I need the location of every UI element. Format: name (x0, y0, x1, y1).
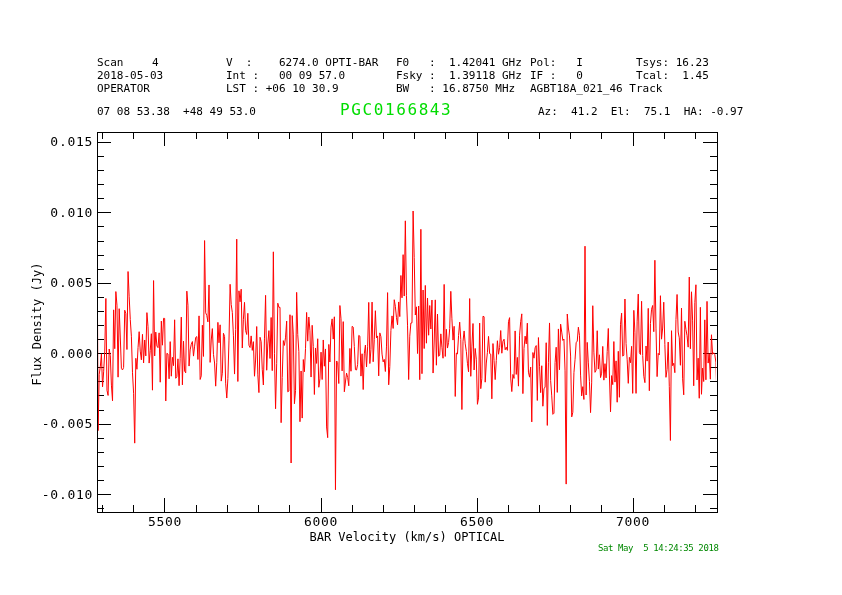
y-tick-label: -0.010 (23, 488, 93, 501)
f0-field: F0 : 1.42041 GHz (396, 57, 522, 69)
scan-label: Scan (97, 57, 124, 69)
if-field: IF : 0 (530, 70, 583, 82)
velocity-field: V : 6274.0 OPTI-BAR (226, 57, 378, 69)
scan-value: 4 (152, 57, 159, 69)
bw-field: BW : 16.8750 MHz (396, 83, 515, 95)
y-axis-title: Flux Density (Jy) (31, 263, 44, 386)
int-field: Int : 00 09 57.0 (226, 70, 345, 82)
project-field: AGBT18A_021_46 Track (530, 83, 662, 95)
y-tick-label: 0.015 (23, 135, 93, 148)
tcal-field: Tcal: 1.45 (636, 70, 709, 82)
tsys-field: Tsys: 16.23 (636, 57, 709, 69)
source-name-title: PGC0166843 (340, 102, 452, 118)
fsky-field: Fsky : 1.39118 GHz (396, 70, 522, 82)
y-tick-label: 0.010 (23, 206, 93, 219)
coordinates-field: 07 08 53.38 +48 49 53.0 (97, 106, 256, 118)
x-tick-label: 6500 (437, 515, 517, 528)
operator-field: OPERATOR (97, 83, 150, 95)
date-field: 2018-05-03 (97, 70, 163, 82)
x-axis-title: BAR Velocity (km/s) OPTICAL (309, 531, 504, 544)
plot-timestamp: Sat May 5 14:24:35 2018 (598, 543, 718, 553)
x-tick-label: 6000 (281, 515, 361, 528)
x-tick-label: 5500 (125, 515, 205, 528)
x-tick-label: 7000 (593, 515, 673, 528)
lst-field: LST : +06 10 30.9 (226, 83, 339, 95)
gbtidl-plotter-window: Scan 4 V : 6274.0 OPTI-BAR F0 : 1.42041 … (0, 0, 842, 595)
y-tick-label: -0.005 (23, 417, 93, 430)
pol-field: Pol: I (530, 57, 583, 69)
az-el-ha-field: Az: 41.2 El: 75.1 HA: -0.97 (538, 106, 743, 118)
